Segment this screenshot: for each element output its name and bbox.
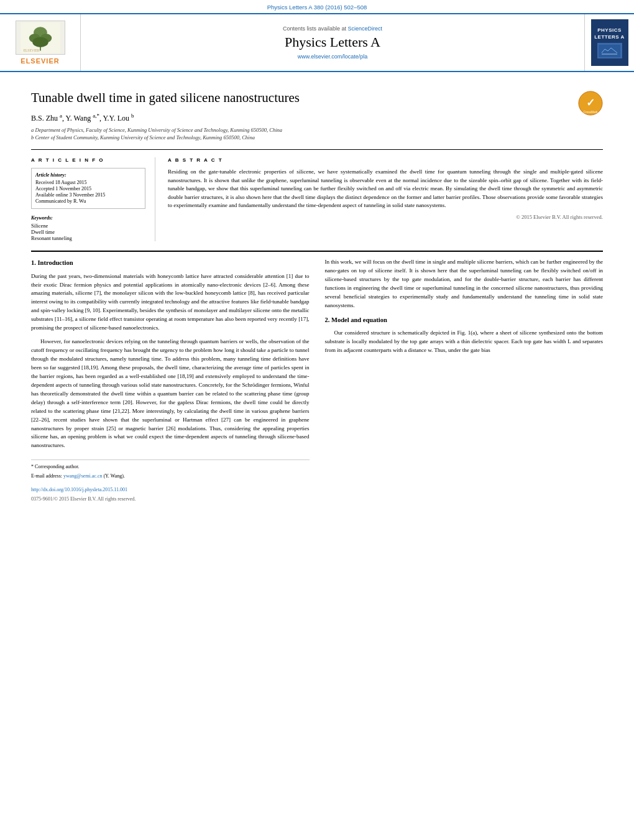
affiliation-b: b Center of Student Community, Kunming U… [31, 134, 572, 141]
keyword-1: Silicene [31, 223, 145, 229]
svg-text:✓: ✓ [586, 96, 595, 109]
journal-citation: Physics Letters A 380 (2016) 502–508 [0, 0, 634, 13]
elsevier-brand: ELSEVIER [21, 57, 59, 65]
journal-url: www.elsevier.com/locate/pla [298, 53, 368, 60]
divider-1 [31, 149, 603, 150]
article-info-heading: A R T I C L E I N F O [31, 157, 145, 163]
citation-text: Physics Letters A 380 (2016) 502–508 [267, 4, 367, 11]
article-info-column: A R T I C L E I N F O Article history: R… [31, 157, 155, 241]
badge-text: PHYSICSLETTERS A [594, 27, 625, 40]
keyword-2: Dwell time [31, 229, 145, 235]
journal-title: Physics Letters A [285, 34, 380, 50]
authors: B.S. Zhu a, Y. Wang a,*, Y.Y. Lou b [31, 113, 572, 123]
article-info-abstract: A R T I C L E I N F O Article history: R… [31, 157, 603, 241]
journal-center: Contents lists available at ScienceDirec… [81, 14, 584, 71]
email-note: E-mail address: ywang@semi.ac.cn (Y. Wan… [31, 473, 310, 480]
communicated-by: Communicated by R. Wu [35, 198, 141, 204]
crossmark-logo: ✓ CrossMark [578, 91, 603, 116]
abstract-heading: A B S T R A C T [168, 157, 603, 163]
svg-text:CrossMark: CrossMark [584, 111, 599, 114]
article-history-box: Article history: Received 18 August 2015… [31, 168, 145, 209]
history-label: Article history: [35, 172, 141, 178]
available-date: Available online 3 November 2015 [35, 192, 141, 198]
received-date: Received 18 August 2015 [35, 180, 141, 185]
abstract-column: A B S T R A C T Residing on the gate-tun… [168, 157, 603, 241]
journal-badge-container: PHYSICSLETTERS A [584, 14, 634, 71]
footnotes: * Corresponding author. E-mail address: … [31, 459, 310, 504]
contents-available: Contents lists available at ScienceDirec… [283, 25, 382, 32]
abstract-text: Residing on the gate-tunable electronic … [168, 168, 603, 210]
section2-title: 2. Model and equation [325, 315, 604, 325]
keywords-section: Keywords: Silicene Dwell time Resonant t… [31, 215, 145, 241]
corresponding-note: * Corresponding author. [31, 463, 310, 471]
section1-title: 1. Introduction [31, 258, 310, 268]
keywords-label: Keywords: [31, 215, 145, 221]
issn-footer: 0375-9601/© 2015 Elsevier B.V. All right… [31, 496, 310, 503]
paper-content: Tunable dwell time in gated silicene nan… [0, 78, 634, 504]
elsevier-tree-logo: ELSEVIER [16, 21, 65, 55]
journal-header: ELSEVIER ELSEVIER Contents lists availab… [0, 13, 634, 72]
body-columns: 1. Introduction During the past years, t… [31, 258, 603, 504]
keyword-3: Resonant tunneling [31, 235, 145, 241]
svg-text:ELSEVIER: ELSEVIER [23, 48, 39, 52]
sciencedirect-link[interactable]: ScienceDirect [348, 25, 383, 32]
intro-para1: During the past years, two-dimensional m… [31, 272, 310, 333]
svg-point-5 [32, 37, 48, 47]
doi-link[interactable]: http://dx.doi.org/10.1016/j.physleta.201… [31, 487, 127, 492]
affiliation-a: a Department of Physics, Faculty of Scie… [31, 127, 572, 133]
intro-para3: In this work, we will focus on the dwell… [325, 258, 604, 310]
copyright: © 2015 Elsevier B.V. All rights reserved… [168, 214, 603, 220]
accepted-date: Accepted 1 November 2015 [35, 186, 141, 192]
journal-badge: PHYSICSLETTERS A [591, 19, 628, 66]
svg-rect-7 [599, 45, 620, 57]
email-link[interactable]: ywang@semi.ac.cn [63, 473, 102, 479]
intro-para2: However, for nanoelectronic devices rely… [31, 338, 310, 450]
main-body: 1. Introduction During the past years, t… [31, 251, 603, 504]
body-left-column: 1. Introduction During the past years, t… [31, 258, 310, 504]
paper-title: Tunable dwell time in gated silicene nan… [31, 90, 572, 106]
body-right-column: In this work, we will focus on the dwell… [325, 258, 604, 504]
elsevier-logo: ELSEVIER ELSEVIER [0, 14, 81, 71]
section2-para1: Our considered structure is schematicall… [325, 329, 604, 355]
